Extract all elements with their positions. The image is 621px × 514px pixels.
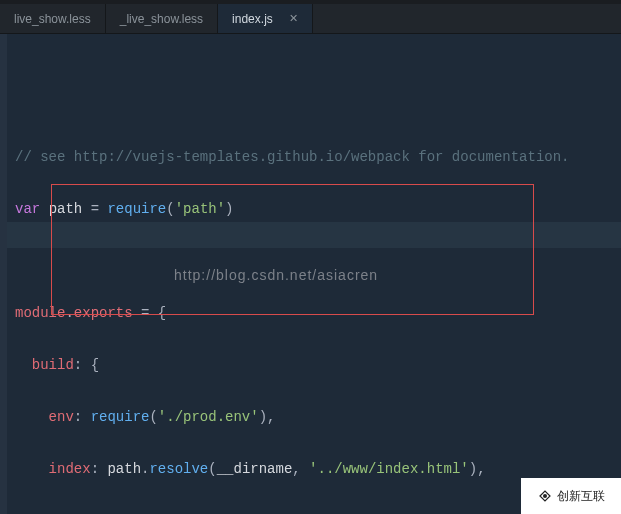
identifier: path [49, 201, 83, 217]
tab-label: index.js [232, 12, 273, 26]
prop: env [49, 409, 74, 425]
svg-point-0 [543, 494, 547, 498]
tab-live-show-less[interactable]: live_show.less [0, 4, 106, 33]
tab-live-show-less-2[interactable]: _live_show.less [106, 4, 218, 33]
prop: build [32, 357, 74, 373]
string: '../www/index.html' [309, 461, 469, 477]
identifier: module [15, 305, 65, 321]
footer-logo: 创新互联 [521, 478, 621, 514]
prop: index [49, 461, 91, 477]
comment: // see http://vuejs-templates.github.io/… [15, 149, 570, 165]
func: resolve [149, 461, 208, 477]
logo-icon [537, 488, 553, 504]
tab-label: _live_show.less [120, 12, 203, 26]
string: 'path' [175, 201, 225, 217]
string: './prod.env' [158, 409, 259, 425]
func: require [91, 409, 150, 425]
tab-label: live_show.less [14, 12, 91, 26]
logo-text: 创新互联 [557, 488, 605, 505]
editor[interactable]: // see http://vuejs-templates.github.io/… [0, 34, 621, 514]
gutter [0, 34, 7, 514]
identifier: __dirname [217, 461, 293, 477]
identifier: exports [74, 305, 133, 321]
identifier: path [107, 461, 141, 477]
tab-index-js[interactable]: index.js ✕ [218, 4, 313, 33]
tab-bar: live_show.less _live_show.less index.js … [0, 4, 621, 34]
close-icon[interactable]: ✕ [289, 12, 298, 25]
func: require [107, 201, 166, 217]
code-content: // see http://vuejs-templates.github.io/… [15, 118, 621, 514]
keyword: var [15, 201, 40, 217]
code-area[interactable]: // see http://vuejs-templates.github.io/… [7, 34, 621, 514]
